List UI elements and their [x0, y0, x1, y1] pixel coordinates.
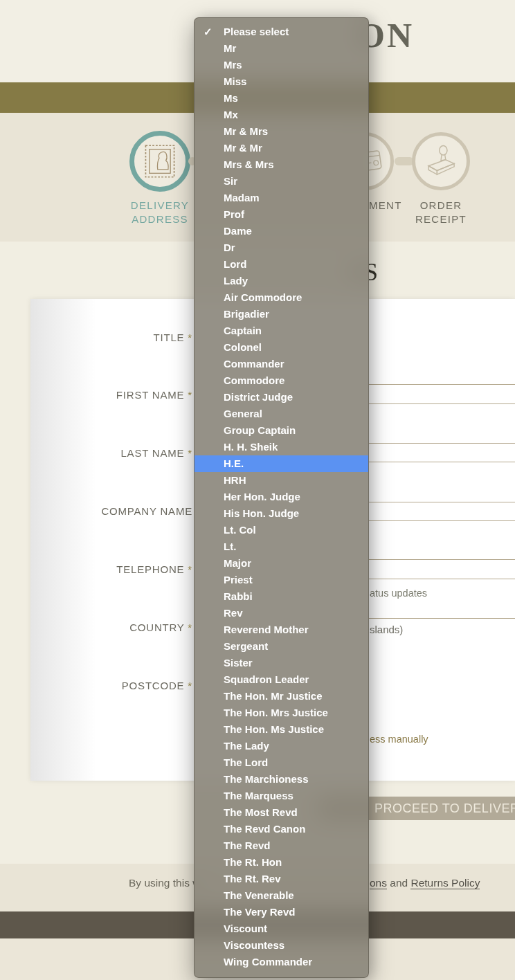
dropdown-option[interactable]: Mr & Mrs — [195, 123, 368, 140]
dropdown-option[interactable]: Colonel — [195, 339, 368, 356]
dropdown-option-label: Captain — [224, 325, 262, 336]
dropdown-option-label: Dr — [224, 242, 235, 253]
postage-stamp-icon — [142, 143, 178, 179]
dropdown-option[interactable]: Ms — [195, 90, 368, 107]
dropdown-option[interactable]: ✓Please select — [195, 24, 368, 40]
dropdown-option[interactable]: The Very Revd — [195, 904, 368, 920]
dropdown-option[interactable]: Major — [195, 555, 368, 572]
enter-address-manually-link-fragment[interactable]: ess manually — [370, 734, 428, 745]
dropdown-option[interactable]: His Hon. Judge — [195, 505, 368, 522]
dropdown-option[interactable]: The Most Revd — [195, 804, 368, 821]
dropdown-option[interactable]: H.E. — [195, 455, 368, 472]
returns-policy-link[interactable]: Returns Policy — [410, 877, 480, 889]
dropdown-option[interactable]: The Revd Canon — [195, 821, 368, 837]
dropdown-option[interactable]: Mx — [195, 107, 368, 123]
dropdown-option[interactable]: The Rt. Hon — [195, 854, 368, 871]
dropdown-option-label: Air Commodore — [224, 291, 302, 303]
dropdown-option[interactable]: Captain — [195, 323, 368, 339]
dropdown-option[interactable]: The Rt. Rev — [195, 871, 368, 887]
dropdown-option-label: Please select — [224, 26, 289, 37]
label-text: TITLE — [154, 332, 185, 343]
dropdown-option-label: Major — [224, 557, 251, 569]
dropdown-option[interactable]: District Judge — [195, 389, 368, 406]
rubber-stamp-icon — [422, 143, 460, 180]
dropdown-option[interactable]: Sister — [195, 655, 368, 671]
dropdown-option[interactable]: The Hon. Mr Justice — [195, 688, 368, 705]
dropdown-option-label: District Judge — [224, 391, 293, 403]
required-marker: * — [188, 680, 192, 691]
dropdown-option[interactable]: The Revd — [195, 837, 368, 854]
dropdown-option[interactable]: Mr & Mr — [195, 140, 368, 156]
telephone-label: TELEPHONE * — [10, 563, 192, 575]
dropdown-option-label: Mrs & Mrs — [224, 158, 274, 170]
step-order-receipt — [412, 132, 470, 190]
dropdown-option[interactable]: Squadron Leader — [195, 671, 368, 688]
dropdown-option[interactable]: Rabbi — [195, 588, 368, 605]
dropdown-option[interactable]: The Marchioness — [195, 771, 368, 788]
dropdown-option[interactable]: Air Commodore — [195, 289, 368, 306]
terms-link-fragment[interactable]: ons — [370, 877, 387, 889]
step-label-line: RECEIPT — [386, 212, 496, 226]
dropdown-option[interactable]: Rev — [195, 605, 368, 621]
dropdown-option[interactable]: Dr — [195, 239, 368, 256]
dropdown-option[interactable]: General — [195, 406, 368, 422]
dropdown-option[interactable]: Mrs & Mrs — [195, 156, 368, 173]
title-select-dropdown: ✓Please selectMrMrsMissMsMxMr & MrsMr & … — [194, 17, 369, 978]
dropdown-option[interactable]: The Lady — [195, 738, 368, 754]
dropdown-option[interactable]: Commodore — [195, 372, 368, 389]
dropdown-option[interactable]: Lt. — [195, 538, 368, 555]
dropdown-option[interactable]: Sir — [195, 173, 368, 190]
dropdown-option[interactable]: Madam — [195, 190, 368, 206]
dropdown-option-label: Lt. Col — [224, 524, 256, 536]
dropdown-option[interactable]: The Marquess — [195, 788, 368, 804]
dropdown-option[interactable]: Dame — [195, 223, 368, 239]
dropdown-option[interactable]: Lt. Col — [195, 522, 368, 538]
checkout-page: ON DELI — [0, 0, 515, 980]
label-text: TELEPHONE — [116, 563, 184, 575]
dropdown-option[interactable]: Group Captain — [195, 422, 368, 439]
dropdown-option[interactable]: Lady — [195, 273, 368, 289]
dropdown-option[interactable]: Viscountess — [195, 937, 368, 954]
dropdown-option[interactable]: Mrs — [195, 57, 368, 73]
dropdown-option-label: H. H. Sheik — [224, 441, 278, 453]
postcode-label: POSTCODE * — [10, 680, 192, 691]
dropdown-option[interactable]: The Venerable — [195, 887, 368, 904]
dropdown-option-label: Mr & Mr — [224, 142, 262, 154]
dropdown-option-label: Mx — [224, 109, 238, 120]
dropdown-option-label: His Hon. Judge — [224, 507, 299, 519]
dropdown-option-label: Madam — [224, 192, 260, 203]
dropdown-option-label: Viscount — [224, 923, 267, 934]
dropdown-option-label: Commander — [224, 358, 284, 370]
dropdown-option[interactable]: H. H. Sheik — [195, 439, 368, 455]
dropdown-option[interactable]: Sergeant — [195, 638, 368, 655]
dropdown-option-label: Prof — [224, 208, 244, 220]
dropdown-option[interactable]: Prof — [195, 206, 368, 223]
dropdown-option-label: Mr & Mrs — [224, 125, 268, 137]
dropdown-option-label: Miss — [224, 75, 246, 87]
dropdown-option-label: The Hon. Ms Justice — [224, 723, 324, 735]
dropdown-option[interactable]: Reverend Mother — [195, 621, 368, 638]
step-label-order-receipt: ORDER RECEIPT — [386, 199, 496, 226]
label-text: LAST NAME — [120, 447, 184, 459]
required-marker: * — [188, 332, 192, 343]
dropdown-option-label: Brigadier — [224, 308, 269, 320]
dropdown-option[interactable]: HRH — [195, 472, 368, 489]
dropdown-option[interactable]: The Hon. Ms Justice — [195, 721, 368, 738]
dropdown-option[interactable]: The Lord — [195, 754, 368, 771]
dropdown-option-label: Colonel — [224, 341, 262, 353]
dropdown-option[interactable]: Priest — [195, 572, 368, 588]
dropdown-option[interactable]: Wing Commander — [195, 954, 368, 970]
dropdown-option[interactable]: Miss — [195, 73, 368, 90]
dropdown-option-label: The Revd Canon — [224, 823, 305, 835]
dropdown-option[interactable]: Lord — [195, 256, 368, 273]
dropdown-option-label: The Hon. Mrs Justice — [224, 707, 328, 718]
dropdown-option[interactable]: Viscount — [195, 920, 368, 937]
dropdown-option[interactable]: Her Hon. Judge — [195, 489, 368, 505]
required-marker: * — [188, 621, 192, 633]
dropdown-option[interactable]: Mr — [195, 40, 368, 57]
dropdown-option[interactable]: The Hon. Mrs Justice — [195, 705, 368, 721]
dropdown-option-label: The Revd — [224, 840, 271, 851]
dropdown-option[interactable]: Commander — [195, 356, 368, 372]
dropdown-option-label: Sister — [224, 657, 253, 669]
dropdown-option[interactable]: Brigadier — [195, 306, 368, 323]
